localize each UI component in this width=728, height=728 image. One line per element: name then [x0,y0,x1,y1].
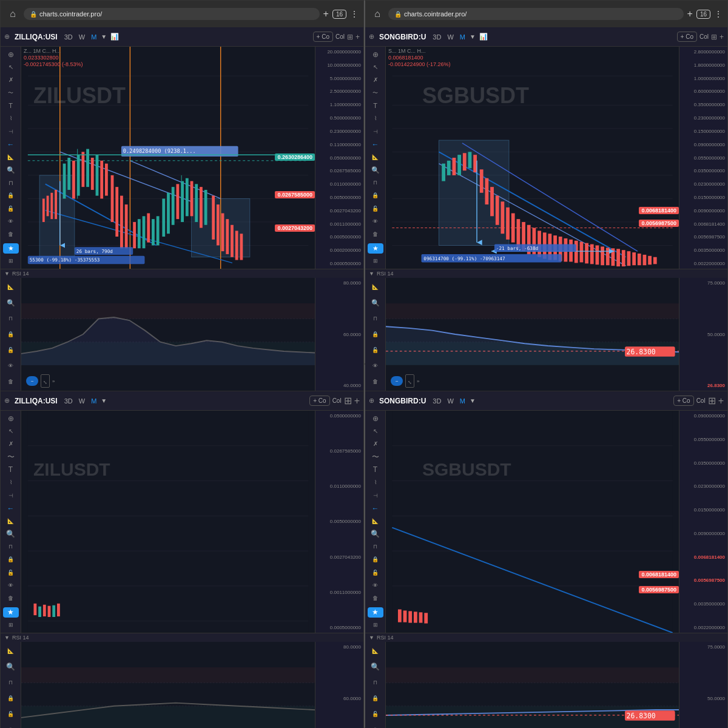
left-b-tool-8[interactable]: ← [3,503,19,513]
right-tool-trash[interactable]: 🗑 [368,229,383,239]
left-tool-draw[interactable]: 〜 [3,88,19,98]
left-rsi-forward[interactable]: » [52,379,55,384]
right-b-tool-6[interactable]: ⌇ [368,477,383,488]
right-bb-1[interactable]: 📐 [368,644,383,658]
right-tf-w-b[interactable]: W [445,396,455,406]
right-address-bar[interactable]: 🔒 charts.cointrader.pro/ [388,8,684,20]
right-add-indicator[interactable]: + Co [677,32,697,42]
left-tool-magnet[interactable]: ⊓ [3,178,19,188]
right-tf-3d[interactable]: 3D [431,32,443,42]
right-symbol[interactable]: SONGBIRD:U [377,32,428,42]
right-b-tool-15[interactable]: 🗑 [368,593,383,603]
right-plus-btn[interactable]: + [720,33,724,41]
right-b-tool-4[interactable]: 〜 [368,452,383,462]
left-plus-b[interactable]: + [354,396,360,406]
left-bb-4[interactable]: 🔒 [3,692,19,705]
right-tool-crosshair[interactable]: ⊕ [368,49,383,59]
right-tool-text[interactable]: T [368,101,383,111]
left-bb-3[interactable]: ⊓ [3,676,19,689]
right-b-tool-5[interactable]: T [368,465,383,475]
left-tf-w[interactable]: W [77,32,87,42]
left-tool-lock2[interactable]: 🔓 [3,203,19,214]
right-tool-layers[interactable]: ⊞ [368,256,383,266]
right-chart-type-icon[interactable]: 📊 [479,33,488,41]
right-tool-lines[interactable]: ✗ [368,75,383,85]
right-b-tool-8[interactable]: ← [368,503,383,513]
right-tool-cursor[interactable]: ↖ [368,62,383,72]
left-bottom-eye[interactable]: 👁 [3,359,19,372]
left-bottom-magnet[interactable]: ⊓ [3,312,19,325]
left-b-tool-15[interactable]: 🗑 [3,593,19,603]
right-b-tool-star[interactable]: ★ [368,607,383,618]
right-b-tool-11[interactable]: ⊓ [368,542,383,552]
left-crosshair-btn[interactable]: ⊞ [347,33,353,41]
left-tab-count[interactable]: 16 [332,10,346,19]
left-b-tool-9[interactable]: 📐 [3,516,19,526]
right-b-tool-10[interactable]: 🔍 [368,529,383,539]
left-tf-3d[interactable]: 3D [62,32,75,42]
right-bb-6[interactable]: 👁 [368,723,383,728]
right-tool-zoom[interactable]: 🔍 [368,165,383,175]
right-crosshair-btn[interactable]: ⊞ [711,33,717,41]
left-add-indicator[interactable]: + Co [313,32,333,42]
right-bottom-lock2[interactable]: 🔓 [368,343,383,357]
left-tool-trash[interactable]: 🗑 [3,229,19,239]
left-crosshair-tool-b[interactable]: ⊕ [4,397,10,405]
right-tf-dropdown[interactable]: ▼ [470,33,476,40]
right-tab-count[interactable]: 16 [696,10,710,19]
left-tool-ruler[interactable]: 📐 [3,152,19,162]
left-b-tool-7[interactable]: ⊣ [3,490,19,500]
left-bb-6[interactable]: 👁 [3,723,19,728]
right-bottom-eye[interactable]: 👁 [368,359,383,372]
left-b-tool-5[interactable]: T [3,465,19,475]
left-tool-eye[interactable]: 👁 [3,216,19,226]
right-rsi-chevron-b[interactable]: ▼ [369,635,374,641]
left-b-tool-13[interactable]: 🔓 [3,567,19,578]
left-tool-crosshair[interactable]: ⊕ [3,49,19,59]
left-rsi-logo[interactable]: ~ [26,376,38,386]
left-b-tool-10[interactable]: 🔍 [3,529,19,539]
right-tool-draw[interactable]: 〜 [368,88,383,98]
left-bb-5[interactable]: 🔓 [3,707,19,721]
right-new-tab-icon[interactable]: + [687,8,693,19]
left-tool-measure2[interactable]: ⊣ [3,126,19,136]
right-bb-5[interactable]: 🔓 [368,707,383,721]
left-bottom-zoom[interactable]: 🔍 [3,296,19,309]
left-tf-dd-b[interactable]: ▼ [101,397,107,404]
right-b-tool-layers[interactable]: ⊞ [368,620,383,630]
left-b-tool-11[interactable]: ⊓ [3,542,19,552]
left-tool-cursor[interactable]: ↖ [3,62,19,72]
right-bottom-magnet[interactable]: ⊓ [368,312,383,325]
left-bottom-lock2[interactable]: 🔓 [3,343,19,357]
right-b-tool-7[interactable]: ⊣ [368,490,383,500]
right-b-tool-1[interactable]: ⊕ [368,413,383,423]
right-tool-eye[interactable]: 👁 [368,216,383,226]
right-tool-measure2[interactable]: ⊣ [368,126,383,136]
right-b-tool-9[interactable]: 📐 [368,516,383,526]
right-b-tool-3[interactable]: ✗ [368,439,383,449]
right-plus-b[interactable]: + [718,396,724,406]
left-rsi-chevron[interactable]: ▼ [4,271,10,277]
left-b-tool-2[interactable]: ↖ [3,426,19,436]
left-bottom-ruler[interactable]: 📐 [3,280,19,294]
left-rsi-chevron-b[interactable]: ▼ [4,635,10,641]
left-bb-2[interactable]: 🔍 [3,660,19,673]
right-bb-2[interactable]: 🔍 [368,660,383,673]
right-tool-arrow[interactable]: ← [368,139,383,149]
left-tool-text[interactable]: T [3,101,19,111]
left-b-tool-12[interactable]: 🔒 [3,554,19,565]
right-tf-m[interactable]: M [458,32,467,42]
right-tool-lock2[interactable]: 🔓 [368,203,383,214]
left-home-icon[interactable]: ⌂ [5,7,20,21]
left-b-tool-layers[interactable]: ⊞ [3,620,19,630]
left-address-bar[interactable]: 🔒 charts.cointrader.pro/ [24,8,320,20]
left-crosshair-b[interactable]: ⊞ [344,395,352,406]
right-tf-w[interactable]: W [445,32,455,42]
left-tf-w-b[interactable]: W [77,396,87,406]
right-rsi-expand[interactable]: ⤡ [405,374,414,388]
right-more-icon[interactable]: ⋮ [714,9,723,19]
left-b-tool-1[interactable]: ⊕ [3,413,19,423]
right-bottom-lock[interactable]: 🔒 [368,328,383,341]
left-plus-btn[interactable]: + [356,33,360,41]
right-b-tool-2[interactable]: ↖ [368,426,383,436]
